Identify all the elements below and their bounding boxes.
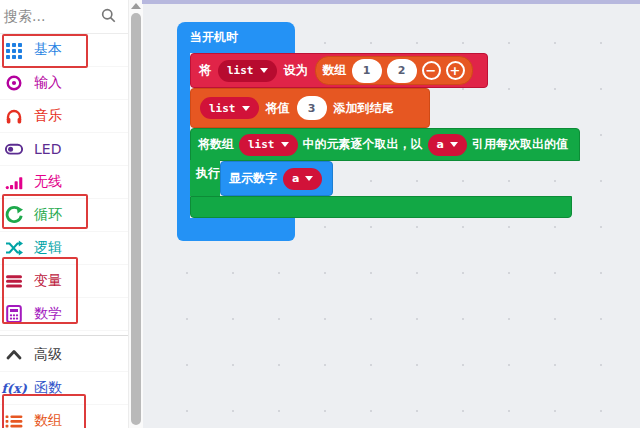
search-input[interactable]: 搜索... (0, 0, 128, 34)
search-icon[interactable] (101, 8, 116, 26)
foreach-text: 引用每次取出的值 (472, 136, 568, 153)
sidebar-item-input[interactable]: 输入 (0, 67, 128, 100)
variable-dropdown-list[interactable]: list (218, 60, 277, 82)
dropdown-value: a (292, 172, 299, 185)
variable-dropdown-list[interactable]: list (239, 134, 298, 156)
list-icon (4, 412, 24, 428)
lines-icon (4, 272, 24, 290)
sidebar-item-basic[interactable]: 基本 (0, 34, 128, 67)
foreach-text: 中的元素逐个取出，以 (303, 136, 423, 153)
list-push-block[interactable]: list 将值 3 添加到结尾 (190, 88, 430, 128)
sidebar-item-label: 循环 (34, 206, 62, 224)
do-label: 执行 (196, 165, 220, 182)
show-number-label: 显示数字 (229, 170, 277, 187)
push-value-input[interactable]: 3 (297, 96, 327, 120)
sidebar-item-label: 数组 (34, 412, 62, 428)
sidebar-item-label: 基本 (34, 41, 62, 59)
set-block-text: 将 (199, 62, 211, 79)
signal-icon (4, 173, 24, 191)
array-of-block[interactable]: 数组 1 2 − + (315, 56, 473, 85)
toolbox-sidebar: 搜索... 基本 输入 音乐 LE (0, 0, 128, 428)
sidebar-item-loops[interactable]: 循环 (0, 199, 128, 232)
scroll-up-icon[interactable] (131, 3, 141, 9)
sidebar-item-led[interactable]: LED (0, 133, 128, 166)
chevron-up-icon (4, 346, 24, 364)
sidebar-scrollbar[interactable] (128, 0, 143, 428)
foreach-text: 将数组 (198, 136, 234, 153)
sidebar-item-variables[interactable]: 变量 (0, 265, 128, 298)
sidebar-item-music[interactable]: 音乐 (0, 100, 128, 133)
for-each-block[interactable]: 将数组 list 中的元素逐个取出，以 a 引用每次取出的值 (190, 128, 580, 161)
grid-icon (4, 41, 24, 59)
dropdown-value: list (248, 138, 275, 151)
sidebar-item-math[interactable]: 数学 (0, 298, 128, 331)
sidebar-item-label: 逻辑 (34, 239, 62, 257)
for-each-block-spine[interactable]: 执行 (190, 160, 220, 196)
calculator-icon (4, 305, 24, 323)
search-placeholder: 搜索... (4, 8, 45, 26)
set-variable-block[interactable]: 将 list 设为 数组 1 2 − + (190, 53, 488, 88)
loop-icon (4, 206, 24, 224)
target-icon (4, 74, 24, 92)
array-value-input-1[interactable]: 1 (352, 59, 382, 83)
on-start-block-footer[interactable] (177, 218, 295, 241)
sidebar-item-label: 高级 (34, 346, 62, 364)
show-number-block[interactable]: 显示数字 a (220, 161, 333, 196)
makecode-editor: 搜索... 基本 输入 音乐 LE (0, 0, 640, 428)
for-each-block-footer[interactable] (190, 196, 572, 218)
variable-dropdown-list[interactable]: list (200, 97, 259, 119)
sidebar-item-label: LED (34, 141, 61, 157)
sidebar-item-label: 函数 (34, 379, 62, 397)
array-value-input-2[interactable]: 2 (387, 59, 417, 83)
sidebar-item-label: 变量 (34, 272, 62, 290)
sidebar-item-label: 无线 (34, 173, 62, 191)
push-block-text: 将值 (266, 100, 290, 117)
toggle-icon (4, 140, 24, 158)
remove-item-button[interactable]: − (422, 61, 441, 80)
function-icon: f(x) (4, 379, 24, 397)
iterator-dropdown-a[interactable]: a (428, 134, 467, 156)
on-start-block-spine[interactable] (177, 52, 190, 218)
sidebar-item-functions[interactable]: f(x) 函数 (0, 372, 128, 405)
add-item-button[interactable]: + (446, 61, 465, 80)
sidebar-item-label: 音乐 (34, 107, 62, 125)
set-block-text: 设为 (284, 62, 308, 79)
dropdown-value: a (437, 138, 444, 151)
headphones-icon (4, 107, 24, 125)
dropdown-value: list (209, 102, 236, 115)
shuffle-icon (4, 239, 24, 257)
sidebar-item-radio[interactable]: 无线 (0, 166, 128, 199)
top-border-line (142, 0, 640, 4)
array-block-label: 数组 (323, 62, 347, 79)
sidebar-item-advanced[interactable]: 高级 (0, 339, 128, 372)
push-block-text: 添加到结尾 (334, 100, 394, 117)
sidebar-divider (0, 331, 128, 339)
on-start-label: 当开机时 (190, 29, 238, 46)
sidebar-item-arrays[interactable]: 数组 (0, 405, 128, 428)
dropdown-value: list (227, 64, 254, 77)
sidebar-item-logic[interactable]: 逻辑 (0, 232, 128, 265)
sidebar-item-label: 数学 (34, 305, 62, 323)
sidebar-item-label: 输入 (34, 74, 62, 92)
variable-dropdown-a[interactable]: a (283, 168, 322, 190)
scrollbar-thumb[interactable] (131, 13, 141, 425)
on-start-block[interactable]: 当开机时 (177, 22, 295, 53)
